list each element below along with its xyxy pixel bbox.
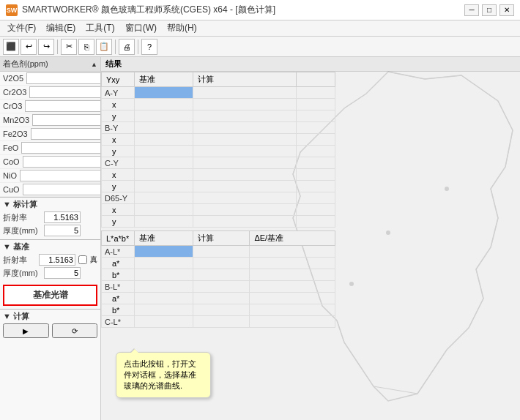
table-row: C-L* <box>102 316 335 328</box>
table-row: y <box>102 181 335 192</box>
yxy-row-ay-extra <box>297 87 335 99</box>
lab-row-ba-label: a* <box>102 293 135 304</box>
title-bar: SW SMARTWORKER® 颜色玻璃工程师系统(CGES) x64 - [颜… <box>0 0 520 20</box>
table-row: A-L* <box>102 246 335 258</box>
lab-row-ab-base <box>135 269 193 281</box>
toolbar-separator-3 <box>138 40 138 54</box>
yxy-col-base: 基准 <box>135 72 193 87</box>
yxy-row-d65y2-extra <box>297 216 335 228</box>
lab-row-ba-calc <box>193 293 250 304</box>
ingredient-input-fe2o3[interactable] <box>31 128 101 140</box>
spectrum-button[interactable]: 基准光谱 <box>3 285 97 306</box>
minimize-button[interactable]: ─ <box>464 4 479 16</box>
toolbar-btn-2[interactable]: ↩ <box>21 39 37 55</box>
table-row: A-Y <box>102 87 335 99</box>
table-row: x <box>102 99 335 110</box>
tooltip-text: 点击此按钮，打开文件对话框，选择基准玻璃的光谱曲线. <box>124 359 196 390</box>
lab-row-aa-de <box>250 258 335 269</box>
calc-bottom-title: ▼ 计算 <box>3 311 97 322</box>
right-panel: 结果 Yxy 基准 计算 A- <box>101 57 520 420</box>
calc-bottom-section: ▼ 计算 ▶ ⟳ <box>0 309 100 340</box>
toolbar-btn-6[interactable]: 📋 <box>96 39 112 55</box>
ingredient-row-nio: NiO <box>0 169 100 183</box>
menu-window[interactable]: 窗口(W) <box>121 21 161 35</box>
ingredient-input-cuo[interactable] <box>23 184 101 195</box>
calc-base-refraction-row: 折射率 真 <box>3 254 97 266</box>
close-button[interactable]: ✕ <box>499 4 514 16</box>
calc-base-title: ▼ 基准 <box>3 241 97 252</box>
table-row: C-Y <box>102 157 335 169</box>
lab-row-bl-calc <box>193 281 250 293</box>
calc-base-thickness-input[interactable] <box>44 267 81 279</box>
calc-base-checkbox[interactable] <box>78 255 87 264</box>
lab-row-bb-base <box>135 304 193 316</box>
calc-standard-thickness-input[interactable] <box>44 225 81 236</box>
menu-edit[interactable]: 编辑(E) <box>42 21 80 35</box>
toolbar-btn-help[interactable]: ? <box>141 39 157 55</box>
yxy-row-ay-base <box>135 87 193 99</box>
yxy-row-cx-calc <box>193 169 297 181</box>
toolbar-btn-4[interactable]: ✂ <box>61 39 77 55</box>
ingredient-label-fe2o3: Fe2O3 <box>3 130 28 138</box>
calc-clear-button[interactable]: ⟳ <box>52 323 98 338</box>
yxy-row-ay2-calc <box>193 110 297 122</box>
ingredient-label-nio: NiO <box>3 171 17 180</box>
yxy-row-cy-calc <box>193 157 297 169</box>
lab-row-al-label: A-L* <box>102 246 135 258</box>
yxy-col-extra <box>297 72 335 87</box>
lab-row-ab-label: b* <box>102 269 135 281</box>
lab-col-de: ΔE/基准 <box>250 231 335 246</box>
yxy-row-ay2-base <box>135 110 193 122</box>
ingredient-input-cr2o3[interactable] <box>29 86 101 98</box>
lab-col-label: L*a*b* <box>102 231 135 246</box>
yxy-row-d65y2-label: y <box>102 216 135 228</box>
main-layout: 着色剂(ppm) ▲ V2O5 Cr2O3 CrO3 Mn2O3 Fe2O3 F… <box>0 57 520 420</box>
yxy-row-cx-extra <box>297 169 335 181</box>
lab-row-cl-de <box>250 316 335 328</box>
colorant-section-header: 着色剂(ppm) ▲ <box>0 57 100 72</box>
ingredient-row-mn2o3: Mn2O3 <box>0 113 100 127</box>
yxy-row-by-label: B-Y <box>102 122 135 134</box>
window-controls: ─ □ ✕ <box>464 4 514 16</box>
ingredient-row-fe2o3: Fe2O3 <box>0 127 100 141</box>
yxy-row-d65y-base <box>135 192 193 204</box>
ingredient-input-mn2o3[interactable] <box>32 114 101 126</box>
table-row: y <box>102 216 335 228</box>
toolbar-separator-2 <box>115 40 116 54</box>
table-row: y <box>102 110 335 122</box>
lab-col-base: 基准 <box>135 231 193 246</box>
maximize-button[interactable]: □ <box>482 4 497 16</box>
ingredient-input-cro3[interactable] <box>25 100 101 112</box>
table-row: B-L* <box>102 281 335 293</box>
yxy-row-cy2-base <box>135 181 193 192</box>
lab-row-aa-calc <box>193 258 250 269</box>
calc-base-section: ▼ 基准 折射率 真 厚度(mm) <box>0 239 100 282</box>
calc-base-check-label: 真 <box>90 255 97 265</box>
yxy-col-calc: 计算 <box>193 72 297 87</box>
calc-standard-thickness-label: 厚度(mm) <box>3 225 41 236</box>
calc-base-refraction-input[interactable] <box>39 254 75 266</box>
yxy-row-bx-base <box>135 134 193 146</box>
yxy-row-ax-extra <box>297 99 335 110</box>
table-row: a* <box>102 258 335 269</box>
toolbar-btn-1[interactable]: ⬛ <box>3 39 19 55</box>
menu-tools[interactable]: 工具(T) <box>81 21 119 35</box>
ingredient-input-v2o5[interactable] <box>26 72 101 84</box>
menu-help[interactable]: 帮助(H) <box>163 21 201 35</box>
ingredient-input-coo[interactable] <box>23 156 101 168</box>
yxy-row-cx-base <box>135 169 193 181</box>
ingredient-input-nio[interactable] <box>20 170 101 181</box>
yxy-table: Yxy 基准 计算 A-Y <box>101 72 335 228</box>
calc-base-thickness-row: 厚度(mm) <box>3 267 97 279</box>
calc-standard-refraction-input[interactable] <box>44 211 81 223</box>
yxy-row-d65y2-calc <box>193 216 297 228</box>
menu-file[interactable]: 文件(F) <box>3 21 40 35</box>
toolbar-btn-print[interactable]: 🖨 <box>119 39 135 55</box>
calc-run-button[interactable]: ▶ <box>3 323 49 338</box>
ingredient-input-feo[interactable] <box>21 142 101 154</box>
yxy-row-by-extra <box>297 122 335 134</box>
toolbar-btn-5[interactable]: ⎘ <box>78 39 94 55</box>
lab-row-al-calc <box>193 246 250 258</box>
toolbar-btn-3[interactable]: ↪ <box>38 39 54 55</box>
yxy-row-d65x-calc <box>193 204 297 216</box>
